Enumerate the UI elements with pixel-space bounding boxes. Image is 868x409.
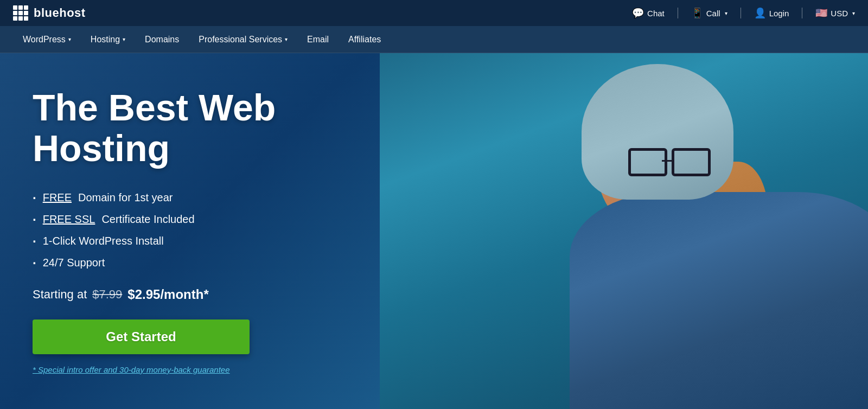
- nav-item-wordpress[interactable]: WordPress ▾: [13, 26, 81, 53]
- call-caret-icon: ▾: [725, 10, 727, 16]
- nav-item-hosting[interactable]: Hosting ▾: [81, 26, 135, 53]
- currency-button[interactable]: 🇺🇸 USD ▾: [815, 7, 855, 19]
- logo-area[interactable]: bluehost: [13, 5, 86, 21]
- pricing-prefix: Starting at: [33, 287, 87, 302]
- chat-icon: 💬: [632, 7, 644, 19]
- feature-domain-free: FREE: [43, 191, 72, 204]
- nav-item-affiliates[interactable]: Affiliates: [339, 26, 391, 53]
- chat-label: Chat: [647, 9, 665, 18]
- feature-ssl: FREE SSL Certificate Included: [33, 212, 358, 227]
- hero-image: [380, 53, 868, 409]
- feature-domain-text: Domain for 1st year: [78, 191, 173, 204]
- disclaimer-text[interactable]: * Special intro offer and 30-day money-b…: [33, 365, 230, 374]
- flag-icon: 🇺🇸: [815, 7, 827, 19]
- top-actions: 💬 Chat 📱 Call ▾ 👤 Login 🇺🇸 USD ▾: [632, 7, 855, 19]
- feature-support: 24/7 Support: [33, 255, 358, 271]
- login-label: Login: [769, 9, 789, 18]
- feature-domain: FREE Domain for 1st year: [33, 190, 358, 206]
- hero-section: The Best Web Hosting FREE Domain for 1st…: [0, 53, 868, 409]
- nav-item-email[interactable]: Email: [297, 26, 339, 53]
- phone-icon: 📱: [691, 7, 703, 19]
- hero-title: The Best Web Hosting: [33, 87, 358, 169]
- feature-ssl-free: FREE SSL: [43, 213, 95, 226]
- chat-button[interactable]: 💬 Chat: [632, 7, 665, 19]
- feature-ssl-text: Certificate Included: [101, 213, 194, 226]
- user-icon: 👤: [754, 7, 766, 19]
- professional-services-caret-icon: ▾: [285, 36, 288, 42]
- get-started-button[interactable]: Get Started: [33, 319, 250, 354]
- wordpress-caret-icon: ▾: [68, 36, 71, 42]
- nav-item-professional-services[interactable]: Professional Services ▾: [189, 26, 297, 53]
- hosting-caret-icon: ▾: [123, 36, 125, 42]
- login-button[interactable]: 👤 Login: [754, 7, 789, 19]
- divider-1: [678, 8, 678, 18]
- feature-wordpress-text: 1-Click WordPress Install: [43, 235, 164, 247]
- call-button[interactable]: 📱 Call ▾: [691, 7, 727, 19]
- nav-item-domains[interactable]: Domains: [135, 26, 189, 53]
- pricing-line: Starting at $7.99 $2.95/month*: [33, 287, 358, 302]
- feature-wordpress: 1-Click WordPress Install: [33, 234, 358, 249]
- top-bar: bluehost 💬 Chat 📱 Call ▾ 👤 Login 🇺🇸 USD …: [0, 0, 868, 26]
- feature-support-text: 24/7 Support: [43, 257, 105, 269]
- features-list: FREE Domain for 1st year FREE SSL Certif…: [33, 190, 358, 271]
- divider-2: [741, 8, 741, 18]
- logo-text: bluehost: [34, 6, 86, 20]
- old-price: $7.99: [92, 287, 122, 302]
- main-nav: WordPress ▾ Hosting ▾ Domains Profession…: [0, 26, 868, 53]
- currency-caret-icon: ▾: [852, 10, 855, 16]
- currency-label: USD: [831, 9, 848, 18]
- call-label: Call: [706, 9, 720, 18]
- bluehost-logo-grid-icon: [13, 5, 28, 21]
- divider-3: [802, 8, 802, 18]
- new-price: $2.95/month*: [127, 287, 208, 302]
- hero-content: The Best Web Hosting FREE Domain for 1st…: [0, 55, 391, 407]
